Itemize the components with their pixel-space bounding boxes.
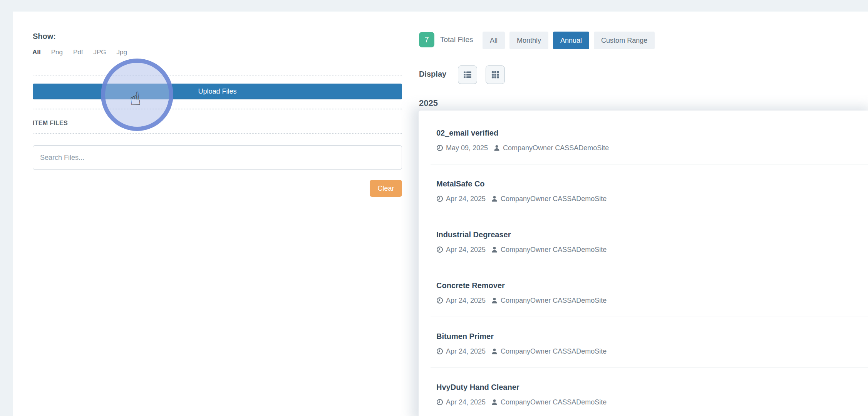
file-list-item[interactable]: Concrete Remover Apr 24, 2025 CompanyOwn… [431,266,868,317]
clock-icon [436,246,443,253]
files-page: Show: All Png Pdf JPG Jpg Upload Files I… [0,0,868,416]
file-list-item[interactable]: Industrial Degreaser Apr 24, 2025 Compan… [431,215,868,266]
clock-icon [436,348,443,355]
file-meta: Apr 24, 2025 CompanyOwner CASSADemoSite [436,297,868,304]
file-meta: Apr 24, 2025 CompanyOwner CASSADemoSite [436,347,868,355]
file-meta: Apr 24, 2025 CompanyOwner CASSADemoSite [436,246,868,253]
file-meta: Apr 24, 2025 CompanyOwner CASSADemoSite [436,195,868,203]
file-name: MetalSafe Co [436,179,868,188]
grid-view-icon [490,70,500,80]
show-label: Show: [33,32,56,41]
file-date: May 09, 2025 [446,144,488,152]
file-list-item[interactable]: Bitumen Primer Apr 24, 2025 CompanyOwner… [431,317,868,368]
clear-search-button[interactable]: Clear [370,180,402,197]
hand-pointer-cursor-icon: ☝ [125,88,145,111]
file-type-filter[interactable]: Jpg [117,49,127,56]
file-type-filter[interactable]: All [32,49,41,56]
divider [33,133,402,134]
file-list-item[interactable]: 02_email verified May 09, 2025 CompanyOw… [431,114,868,164]
file-name: Concrete Remover [436,281,868,290]
file-date: Apr 24, 2025 [446,398,486,406]
file-owner: CompanyOwner CASSADemoSite [501,398,607,406]
divider [33,109,402,109]
user-icon [491,246,498,253]
file-owner: CompanyOwner CASSADemoSite [501,246,607,253]
file-type-filter[interactable]: Png [51,49,63,56]
total-files-label: Total Files [440,35,473,44]
file-type-filter[interactable]: JPG [94,49,106,56]
user-icon [493,144,500,151]
page-left-frame [0,0,13,416]
file-list-item[interactable]: MetalSafe Co Apr 24, 2025 CompanyOwner C… [431,164,868,215]
file-date: Apr 24, 2025 [446,347,486,355]
total-files-count-badge: 7 [419,32,434,47]
file-owner: CompanyOwner CASSADemoSite [501,195,607,203]
date-range-tab[interactable]: All [483,32,505,49]
user-icon [491,297,498,304]
user-icon [491,399,498,406]
clock-icon [436,399,443,406]
list-view-icon [462,70,473,80]
file-list-item[interactable]: HvyDuty Hand Cleaner Apr 24, 2025 Compan… [431,368,868,416]
date-range-tab[interactable]: Annual [553,32,589,49]
user-icon [491,195,498,202]
file-date: Apr 24, 2025 [446,246,486,253]
date-range-tab[interactable]: Monthly [509,32,548,49]
file-owner: CompanyOwner CASSADemoSite [501,347,607,355]
file-name: Industrial Degreaser [436,230,868,239]
clock-icon [436,144,443,151]
file-name: Bitumen Primer [436,332,868,341]
clock-icon [436,297,443,304]
file-name: HvyDuty Hand Cleaner [436,383,868,391]
divider [33,75,402,76]
date-range-tab[interactable]: Custom Range [594,32,655,49]
year-heading: 2025 [419,98,438,108]
upload-files-button[interactable]: Upload Files [33,84,402,99]
file-owner: CompanyOwner CASSADemoSite [501,297,607,304]
clock-icon [436,195,443,202]
file-list-card: 02_email verified May 09, 2025 CompanyOw… [419,111,868,416]
display-label: Display [419,70,446,79]
page-top-frame [0,0,868,12]
user-icon [491,348,498,355]
file-owner: CompanyOwner CASSADemoSite [503,144,609,152]
file-type-filters: All Png Pdf JPG Jpg [32,49,127,56]
grid-view-button[interactable] [486,65,505,84]
date-range-tabs: All Monthly Annual Custom Range [483,32,655,49]
item-files-heading: ITEM FILES [33,120,68,127]
search-files-input[interactable] [33,145,402,170]
file-date: Apr 24, 2025 [446,195,486,203]
file-date: Apr 24, 2025 [446,297,486,304]
file-meta: May 09, 2025 CompanyOwner CASSADemoSite [436,144,868,152]
file-name: 02_email verified [436,129,868,137]
file-list: 02_email verified May 09, 2025 CompanyOw… [419,111,868,416]
file-type-filter[interactable]: Pdf [73,49,83,56]
file-meta: Apr 24, 2025 CompanyOwner CASSADemoSite [436,398,868,406]
list-view-button[interactable] [458,65,477,84]
